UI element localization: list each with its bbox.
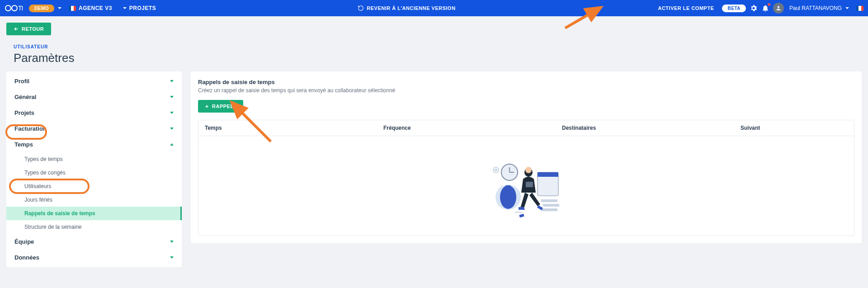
flag-fr-icon — [69, 6, 76, 11]
sidebar-item-label: Structure de la semaine — [24, 224, 82, 230]
sidebar: Profil Général Projets Facturation Temps — [6, 71, 182, 267]
chevron-down-icon — [170, 127, 174, 130]
history-icon — [358, 5, 364, 11]
chevron-down-icon — [170, 256, 174, 259]
page: RETOUR UTILISATEUR Paramètres Profil Gén… — [0, 16, 868, 274]
sidebar-section-general[interactable]: Général — [6, 89, 182, 105]
sidebar-item-label: Utilisateurs — [24, 183, 51, 189]
revert-label: REVENIR À L'ANCIENNE VERSION — [367, 5, 455, 11]
sidebar-item-label: Jours fériés — [24, 197, 52, 203]
sidebar-item-label: Types de temps — [24, 156, 63, 162]
svg-rect-12 — [541, 199, 557, 202]
svg-point-19 — [495, 169, 497, 171]
add-rappels-label: RAPPELS — [212, 104, 237, 109]
topbar-center: REVENIR À L'ANCIENNE VERSION — [160, 2, 653, 14]
svg-rect-14 — [541, 208, 557, 211]
table-body-empty — [198, 136, 854, 236]
table-header: Temps Fréquence Destinataires Suivant — [198, 120, 854, 136]
bell-icon[interactable] — [761, 4, 769, 12]
chevron-down-icon — [170, 80, 174, 82]
sidebar-item-types-conges[interactable]: Types de congés — [6, 166, 182, 179]
plus-icon — [204, 104, 209, 109]
back-label: RETOUR — [22, 26, 44, 32]
sidebar-item-rappels-saisie[interactable]: Rappels de saisie de temps — [6, 207, 182, 220]
svg-rect-16 — [526, 182, 533, 187]
svg-point-1 — [12, 5, 17, 11]
page-title: Paramètres — [14, 51, 862, 65]
back-button[interactable]: RETOUR — [6, 23, 51, 35]
sidebar-section-facturation[interactable]: Facturation — [6, 121, 182, 137]
sidebar-section-label: Profil — [14, 78, 29, 85]
svg-rect-20 — [519, 214, 524, 217]
sidebar-section-profil[interactable]: Profil — [6, 73, 182, 89]
page-eyebrow: UTILISATEUR — [14, 44, 862, 49]
svg-point-0 — [5, 5, 11, 11]
sidebar-section-projets[interactable]: Projets — [6, 105, 182, 121]
col-suivant: Suivant — [741, 125, 848, 131]
chevron-up-icon — [170, 143, 174, 146]
sidebar-item-label: Rappels de saisie de temps — [24, 210, 95, 217]
sidebar-wrap: Profil Général Projets Facturation Temps — [6, 71, 182, 267]
col-temps: Temps — [205, 125, 383, 131]
col-destinataires: Destinataires — [562, 125, 741, 131]
sidebar-item-structure-semaine[interactable]: Structure de la semaine — [6, 220, 182, 234]
empty-state-illustration — [488, 147, 565, 224]
logo[interactable]: TI — [5, 4, 25, 13]
chevron-down-icon — [170, 241, 174, 243]
logo-icon: TI — [5, 4, 25, 13]
chevron-down-icon[interactable] — [58, 7, 61, 9]
arrow-left-icon — [14, 26, 19, 32]
chevron-down-icon — [123, 7, 127, 9]
sidebar-section-label: Temps — [14, 141, 33, 148]
main-panel: Rappels de saisie de temps Créez un rapp… — [191, 71, 862, 243]
sidebar-item-types-temps[interactable]: Types de temps — [6, 152, 182, 166]
sidebar-section-temps[interactable]: Temps — [6, 137, 182, 152]
svg-rect-11 — [538, 172, 558, 177]
sidebar-section-label: Équipe — [14, 238, 34, 245]
flag-fr-icon[interactable] — [856, 6, 863, 11]
projects-dropdown[interactable]: PROJETS — [119, 5, 160, 11]
username[interactable]: Paul RATTANAVONG — [788, 5, 842, 11]
sidebar-item-jours-feries[interactable]: Jours fériés — [6, 193, 182, 207]
panel-subtitle: Créez un rappel de saisie des temps qui … — [198, 87, 854, 94]
svg-text:TI: TI — [18, 5, 23, 12]
layout: Profil Général Projets Facturation Temps — [6, 71, 862, 267]
chevron-down-icon — [170, 112, 174, 114]
sidebar-section-donnees[interactable]: Données — [6, 250, 182, 265]
topbar: TI DEMO AGENCE V3 PROJETS REVENIR À L'AN… — [0, 0, 868, 16]
topbar-right: ACTIVER LE COMPTE BETA Paul RATTANAVONG — [653, 3, 863, 14]
svg-rect-13 — [543, 204, 559, 207]
svg-point-17 — [525, 167, 532, 173]
projects-label: PROJETS — [129, 5, 156, 11]
agency-dropdown[interactable]: AGENCE V3 — [65, 5, 116, 11]
panel-title: Rappels de saisie de temps — [198, 79, 854, 85]
revert-version-button[interactable]: REVENIR À L'ANCIENNE VERSION — [351, 2, 462, 14]
agency-label: AGENCE V3 — [79, 5, 112, 11]
avatar[interactable] — [773, 3, 784, 14]
activate-account-button[interactable]: ACTIVER LE COMPTE — [653, 5, 718, 11]
heading-block: UTILISATEUR Paramètres — [14, 44, 862, 65]
sidebar-item-utilisateurs[interactable]: Utilisateurs — [6, 179, 182, 193]
sidebar-section-equipe[interactable]: Équipe — [6, 234, 182, 250]
sidebar-section-label: Projets — [14, 109, 34, 116]
sidebar-section-label: Facturation — [14, 125, 47, 132]
chevron-down-icon[interactable] — [845, 7, 849, 9]
chevron-down-icon — [170, 96, 174, 98]
sidebar-item-label: Types de congés — [24, 170, 66, 176]
add-rappels-button[interactable]: RAPPELS — [198, 100, 243, 113]
topbar-left: TI DEMO AGENCE V3 PROJETS — [5, 4, 160, 13]
gear-icon[interactable] — [750, 4, 758, 12]
demo-badge: DEMO — [29, 5, 54, 12]
sidebar-section-label: Données — [14, 254, 39, 261]
beta-badge[interactable]: BETA — [722, 5, 745, 12]
col-frequence: Fréquence — [383, 125, 562, 131]
sidebar-section-label: Général — [14, 94, 36, 100]
rappels-table: Temps Fréquence Destinataires Suivant — [198, 120, 854, 236]
